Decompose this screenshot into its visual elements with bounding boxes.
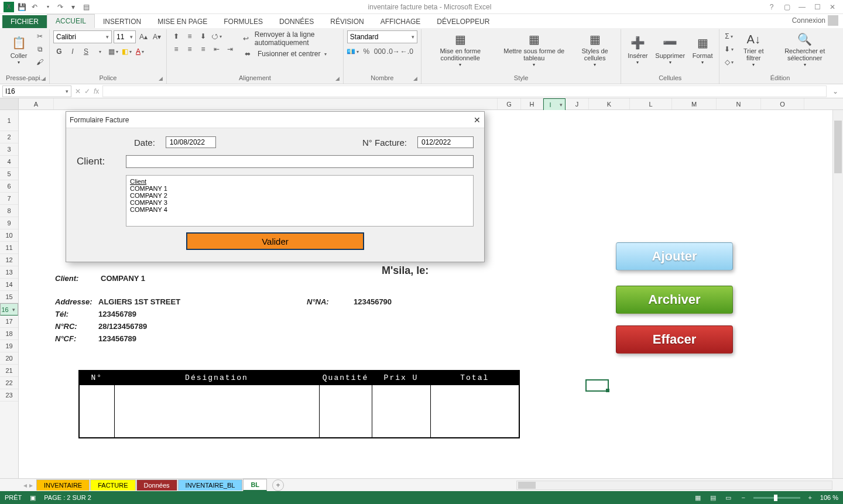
cut-icon[interactable]: ✂ [34, 30, 46, 42]
row-header[interactable]: 12 [0, 254, 18, 266]
tab-nav-last-icon[interactable]: ▸ [29, 481, 33, 489]
horizontal-scrollbar[interactable] [516, 481, 832, 490]
row-header[interactable]: 14 [0, 279, 18, 291]
dialog-launcher-icon[interactable]: ◢ [335, 76, 340, 81]
num-facture-input[interactable] [417, 136, 474, 148]
dialog-launcher-icon[interactable]: ◢ [413, 76, 417, 81]
row-header[interactable]: 1 [0, 110, 18, 131]
number-format-select[interactable]: Standard [347, 30, 417, 43]
maximize-icon[interactable]: ☐ [810, 3, 824, 11]
copy-icon[interactable]: ⧉ [34, 43, 46, 55]
increase-decimal-icon[interactable]: .0→ [388, 46, 399, 57]
name-box[interactable]: I16▾ [2, 85, 71, 97]
redo-icon[interactable]: ↷ [55, 2, 66, 12]
fill-icon[interactable]: ⬇ [723, 43, 735, 55]
insert-button[interactable]: ➕Insérer▾ [625, 30, 650, 69]
list-item[interactable]: COMPANY 2 [130, 192, 470, 199]
vertical-scrollbar[interactable] [832, 110, 843, 478]
align-bottom-icon[interactable]: ⬇ [197, 30, 209, 42]
client-listbox[interactable]: Client COMPANY 1 COMPANY 2 COMPANY 3 COM… [126, 175, 474, 227]
row-header[interactable]: 18 [0, 328, 18, 340]
row-header[interactable]: 8 [0, 205, 18, 217]
column-header[interactable]: K [589, 98, 630, 109]
zoom-in-icon[interactable]: + [805, 494, 815, 501]
help-icon[interactable]: ? [765, 3, 779, 11]
align-right-icon[interactable]: ≡ [197, 43, 209, 55]
row-header[interactable]: 6 [0, 180, 18, 193]
client-input[interactable] [126, 155, 474, 168]
fill-color-icon[interactable]: ◧ [121, 46, 132, 57]
dialog-launcher-icon[interactable]: ◢ [159, 76, 163, 81]
column-header[interactable]: N [717, 98, 761, 109]
zoom-level[interactable]: 106 % [820, 494, 838, 501]
conditional-formatting-button[interactable]: ▦Mise en forme conditionnelle▾ [425, 30, 496, 69]
indent-increase-icon[interactable]: ⇥ [224, 43, 236, 55]
underline-icon[interactable]: S [80, 46, 92, 57]
column-header[interactable]: A [19, 98, 54, 109]
italic-icon[interactable]: I [67, 46, 78, 57]
column-header[interactable]: M [672, 98, 717, 109]
tab-mise-en-page[interactable]: MISE EN PAGE [149, 15, 215, 28]
tab-revision[interactable]: RÉVISION [322, 15, 372, 28]
selected-cell[interactable] [585, 379, 609, 392]
row-header[interactable]: 11 [0, 242, 18, 254]
orientation-icon[interactable]: ⭯ [211, 30, 222, 42]
column-header[interactable]: G [498, 98, 521, 109]
sheet-tab-facture[interactable]: FACTURE [90, 479, 135, 491]
decrease-font-icon[interactable]: A▾ [151, 31, 163, 43]
column-header[interactable] [54, 98, 498, 109]
tab-donnees[interactable]: DONNÉES [271, 15, 322, 28]
view-page-break-icon[interactable]: ▭ [723, 494, 734, 502]
border-icon[interactable]: ▦ [107, 46, 119, 57]
increase-font-icon[interactable]: A▴ [138, 31, 149, 43]
row-header[interactable]: 21 [0, 365, 18, 377]
sheet-tab-inventaire-bl[interactable]: INVENTAIRE_BL [178, 479, 243, 491]
font-color-icon[interactable]: A [134, 46, 146, 57]
qat-more-icon[interactable]: ▤ [81, 2, 91, 12]
indent-decrease-icon[interactable]: ⇤ [211, 43, 222, 55]
clear-icon[interactable]: ◇ [723, 56, 735, 68]
sort-filter-button[interactable]: A↓Trier et filtrer▾ [737, 30, 770, 69]
sheet-tab-inventaire[interactable]: INVENTAIRE [36, 479, 90, 491]
align-middle-icon[interactable]: ≡ [184, 30, 196, 42]
font-name-select[interactable]: Calibri [53, 30, 112, 43]
sheet-tab-donnees[interactable]: Données [136, 479, 177, 491]
row-header[interactable]: 22 [0, 377, 18, 389]
paste-button[interactable]: 📋 Coller ▾ [6, 30, 32, 69]
merge-center-button[interactable]: ⬌ Fusionner et centrer ▾ [242, 48, 340, 60]
autosum-icon[interactable]: Σ [723, 30, 735, 42]
column-header[interactable]: I [543, 98, 566, 111]
column-header[interactable]: J [566, 98, 589, 109]
row-header[interactable]: 17 [0, 316, 18, 328]
list-item[interactable]: COMPANY 1 [130, 185, 470, 192]
archiver-button[interactable]: Archiver [616, 286, 733, 314]
add-sheet-icon[interactable]: + [272, 479, 284, 491]
enter-formula-icon[interactable]: ✓ [84, 87, 90, 95]
format-as-table-button[interactable]: ▦Mettre sous forme de tableau▾ [498, 30, 570, 69]
dialog-launcher-icon[interactable]: ◢ [42, 76, 46, 81]
row-header[interactable]: 20 [0, 352, 18, 365]
row-header[interactable]: 9 [0, 217, 18, 229]
ajouter-button[interactable]: Ajouter [616, 242, 733, 270]
undo-icon[interactable]: ↶ [29, 2, 40, 12]
zoom-slider[interactable] [753, 497, 800, 499]
save-icon[interactable]: 💾 [16, 2, 27, 12]
accounting-format-icon[interactable]: 💶 [347, 46, 359, 57]
column-header[interactable]: L [630, 98, 672, 109]
column-header[interactable]: H [521, 98, 543, 109]
row-header[interactable]: 3 [0, 143, 18, 156]
dialog-close-icon[interactable]: ✕ [474, 115, 481, 125]
undo-dropdown-icon[interactable] [42, 2, 53, 12]
comma-icon[interactable]: 000 [374, 46, 386, 57]
row-header[interactable]: 19 [0, 340, 18, 352]
cancel-formula-icon[interactable]: ✕ [75, 87, 81, 95]
wrap-text-button[interactable]: ↩ Renvoyer à la ligne automatiquement [242, 30, 340, 47]
tab-developpeur[interactable]: DÉVELOPPEUR [429, 15, 498, 28]
format-button[interactable]: ▦Format▾ [690, 30, 715, 69]
row-header[interactable]: 5 [0, 168, 18, 180]
list-item[interactable]: COMPANY 4 [130, 206, 470, 213]
underline-dd-icon[interactable] [94, 46, 105, 57]
view-page-layout-icon[interactable]: ▤ [708, 494, 718, 502]
qat-customize-icon[interactable]: ▾ [68, 2, 78, 12]
delete-button[interactable]: ➖Supprimer▾ [653, 30, 687, 69]
